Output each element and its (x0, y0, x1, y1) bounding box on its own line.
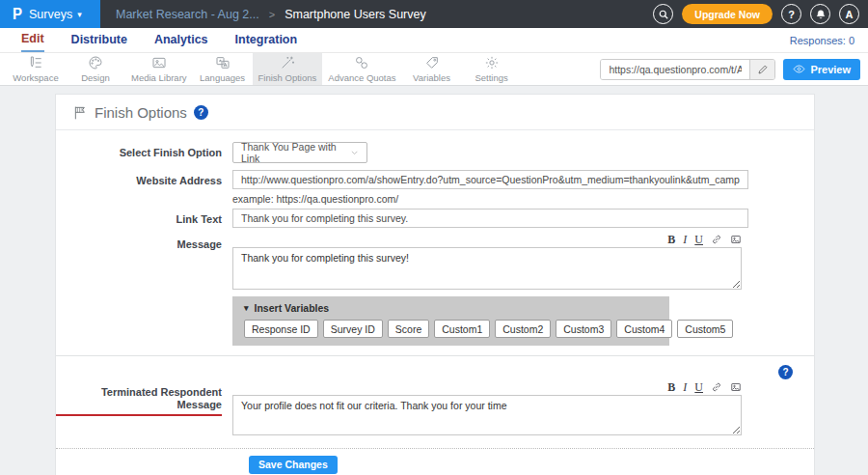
italic-button[interactable]: I (683, 234, 687, 245)
terminated-message-label: Terminated Respondent Message (56, 381, 232, 416)
toolbar-item-label: Workspace (13, 72, 58, 83)
tab-analytics[interactable]: Analytics (154, 29, 208, 51)
insert-variables-panel: ▾ Insert Variables Response ID Survey ID… (232, 296, 669, 346)
help-button[interactable]: ? (781, 4, 801, 24)
insert-image-icon[interactable] (730, 381, 742, 393)
tab-distribute[interactable]: Distribute (71, 29, 127, 51)
card-header: Finish Options ? (56, 95, 814, 130)
toolbar-item-label: Media Library (131, 72, 187, 83)
toolbar-item-languages[interactable]: Languages (193, 53, 253, 85)
toolbar-item-design[interactable]: Design (66, 53, 125, 85)
variable-button-survey-id[interactable]: Survey ID (323, 320, 383, 338)
page-title: Finish Options (95, 104, 187, 121)
chain-links-icon (354, 55, 369, 70)
link-text-label: Link Text (56, 209, 232, 226)
terminated-message-row: Terminated Respondent Message B I U Your… (56, 381, 814, 439)
survey-url-input[interactable] (601, 60, 749, 79)
account-avatar[interactable]: A (839, 4, 859, 24)
toolbar-item-label: Advance Quotas (328, 72, 395, 83)
breadcrumb: Market Research - Aug 2... > Smartphone … (116, 8, 426, 21)
palette-icon (88, 55, 103, 70)
toolbar-item-label: Settings (475, 72, 507, 83)
italic-button[interactable]: I (683, 381, 687, 393)
toolbar-item-workspace[interactable]: Workspace (6, 53, 66, 85)
terminated-message-textarea[interactable]: Your profile does not fit our criteria. … (232, 395, 742, 435)
message-textarea[interactable]: Thank you for completing this survey! (232, 247, 742, 290)
preview-button[interactable]: Preview (783, 59, 860, 80)
surveys-menu[interactable]: P Surveys ▾ (0, 0, 100, 28)
chevron-down-icon: ▾ (77, 10, 82, 19)
tag-icon (424, 55, 440, 70)
toolbar-item-finish-options[interactable]: Finish Options (253, 53, 323, 85)
website-address-input[interactable] (232, 170, 748, 189)
finish-option-label: Select Finish Option (56, 142, 232, 159)
search-icon (658, 9, 669, 20)
variable-button-score[interactable]: Score (388, 320, 429, 338)
link-text-input[interactable] (232, 209, 748, 228)
bell-icon (815, 9, 827, 20)
variable-button-custom5[interactable]: Custom5 (677, 320, 733, 338)
finish-options-card: Finish Options ? Select Finish Option Th… (55, 94, 815, 475)
finish-option-selected-value: Thank You Page with Link (241, 141, 350, 164)
variable-button-custom3[interactable]: Custom3 (556, 320, 611, 338)
tab-edit[interactable]: Edit (21, 28, 44, 52)
website-address-row: Website Address example: https://qa.ques… (56, 170, 814, 205)
tab-integration[interactable]: Integration (235, 29, 298, 51)
variable-button-response-id[interactable]: Response ID (244, 320, 318, 338)
message-editor-toolbar: B I U (232, 234, 742, 245)
bold-button[interactable]: B (667, 234, 675, 245)
link-icon[interactable] (711, 381, 722, 393)
finish-option-row: Select Finish Option Thank You Page with… (56, 142, 814, 163)
eye-icon (793, 63, 805, 75)
finish-option-select[interactable]: Thank You Page with Link (232, 142, 367, 163)
finish-options-help-button[interactable]: ? (194, 105, 208, 120)
workspace-icon (28, 55, 43, 70)
bold-button[interactable]: B (667, 381, 675, 393)
save-changes-button[interactable]: Save Changes (249, 456, 338, 474)
upgrade-now-button[interactable]: Upgrade Now (682, 4, 773, 24)
insert-variables-toggle[interactable]: ▾ Insert Variables (244, 302, 658, 314)
responses-count[interactable]: Responses: 0 (790, 35, 860, 46)
toolbar-item-variables[interactable]: Variables (402, 53, 462, 85)
toolbar-item-label: Variables (413, 72, 450, 83)
terminated-label-text: Terminated Respondent Message (56, 386, 222, 416)
toolbar-right: Preview (600, 53, 868, 85)
link-text-row: Link Text (56, 209, 814, 228)
magic-wand-icon (280, 55, 295, 70)
toolbar-item-advance-quotas[interactable]: Advance Quotas (322, 53, 401, 85)
website-address-label: Website Address (56, 170, 232, 187)
toolbar-item-media-library[interactable]: Media Library (125, 53, 193, 85)
insert-variables-label: Insert Variables (255, 302, 330, 314)
toolbar-item-label: Languages (200, 72, 245, 83)
search-button[interactable] (653, 4, 673, 24)
insert-image-icon[interactable] (730, 234, 742, 245)
variable-button-custom2[interactable]: Custom2 (495, 320, 551, 338)
questionpro-logo: P (13, 6, 22, 23)
dashed-divider (56, 448, 814, 449)
gear-icon (484, 55, 500, 70)
help-glyph: ? (788, 9, 795, 20)
underline-button[interactable]: U (694, 234, 703, 245)
toolbar-item-settings[interactable]: Settings (462, 53, 522, 85)
toolbar-item-label: Design (81, 72, 110, 83)
pencil-icon (757, 64, 769, 75)
nav-tabs: Edit Distribute Analytics Integration Re… (0, 28, 868, 53)
toolbar-item-label: Finish Options (258, 72, 317, 83)
breadcrumb-separator: > (269, 9, 275, 20)
website-address-hint: example: https://qa.questionpro.com/ (232, 193, 814, 205)
notifications-button[interactable] (810, 4, 830, 24)
edit-url-button[interactable] (749, 60, 774, 79)
breadcrumb-folder[interactable]: Market Research - Aug 2... (116, 8, 259, 21)
variable-button-custom4[interactable]: Custom4 (616, 320, 672, 338)
section-divider (56, 355, 814, 356)
terminated-help-button[interactable]: ? (778, 365, 793, 379)
breadcrumb-survey-name: Smartphone Users Survey (285, 8, 426, 21)
variable-buttons: Response ID Survey ID Score Custom1 Cust… (244, 320, 658, 338)
survey-url-group (600, 59, 775, 80)
underline-button[interactable]: U (694, 381, 703, 393)
link-icon[interactable] (711, 234, 722, 245)
caret-down-icon: ▾ (244, 303, 249, 313)
topbar-actions: Upgrade Now ? A (653, 4, 868, 24)
variable-button-custom1[interactable]: Custom1 (434, 320, 490, 338)
finish-flag-icon (72, 105, 88, 121)
